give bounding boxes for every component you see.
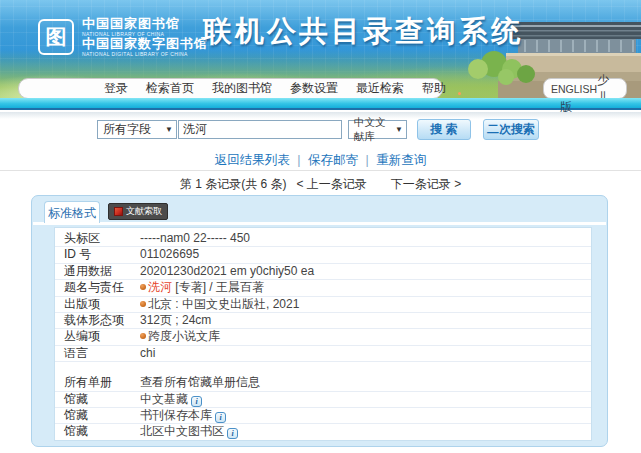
table-row: 馆藏中文基藏i [55, 392, 591, 408]
value-text: 北京 : 中国文史出版社, 2021 [148, 297, 299, 311]
search-input[interactable] [178, 120, 342, 139]
table-row: 通用数据20201230d2021 em y0chiy50 ea [55, 264, 591, 280]
value-text: 跨度小说文库 [148, 329, 220, 343]
table-row: ID 号011026695 [55, 247, 591, 263]
nav-item[interactable]: 最近检索 [356, 80, 404, 97]
field-value: 20201230d2021 em y0chiy50 ea [140, 264, 591, 279]
field-select[interactable]: 所有字段 ▼ [97, 120, 177, 139]
database-select[interactable]: 中文文献库 ▼ [348, 120, 407, 139]
bullet-icon [140, 284, 146, 290]
value-text: chi [140, 346, 155, 360]
nav-item[interactable]: 参数设置 [290, 80, 338, 97]
info-icon[interactable]: i [191, 396, 202, 407]
cyan-strip [0, 98, 641, 110]
record-panel: 标准格式 文献索取 头标区-----nam0 22----- 450ID 号01… [31, 195, 608, 447]
value-text: -----nam0 22----- 450 [140, 231, 250, 245]
holdings-link[interactable]: 查看所有馆藏单册信息 [140, 375, 260, 389]
tabbar-underline [33, 222, 606, 225]
table-row: 出版项北京 : 中国文史出版社, 2021 [55, 297, 591, 313]
separator: | [294, 153, 304, 167]
toolbar-link[interactable]: 返回结果列表 [215, 153, 290, 167]
value-text: 20201230d2021 em y0chiy50 ea [140, 264, 314, 278]
field-value: 查看所有馆藏单册信息 [140, 375, 591, 390]
table-row: 馆藏北区中文图书区i [55, 424, 591, 440]
table-row: 头标区-----nam0 22----- 450 [55, 231, 591, 247]
field-select-value: 所有字段 [103, 121, 151, 138]
field-value: 北京 : 中国文史出版社, 2021 [140, 297, 591, 312]
field-value: 中文基藏i [140, 392, 591, 407]
info-icon[interactable]: i [227, 428, 238, 439]
field-label: 馆藏 [55, 408, 140, 423]
field-label: 出版项 [55, 297, 140, 312]
logo-line1: 中国国家图书馆 [82, 17, 208, 31]
logo-line2: 中国国家数字图书馆 [82, 37, 208, 51]
field-value: 洗河 [专著] / 王晨百著 [140, 280, 591, 295]
library-seal-icon: 图 [38, 19, 74, 55]
chevron-down-icon: ▼ [165, 125, 173, 134]
toolbar-link[interactable]: 重新查询 [376, 153, 426, 167]
nav-item[interactable]: 登录 [104, 80, 128, 97]
field-value: 011026695 [140, 247, 591, 262]
language-switch: ENGLISH 少儿 [543, 78, 627, 99]
field-label: 语言 [55, 346, 140, 361]
kids-version-link-wrap[interactable]: 版 [560, 99, 572, 116]
english-link[interactable]: ENGLISH [551, 83, 597, 95]
toolbar-link[interactable]: 保存邮寄 [308, 153, 358, 167]
field-label: 丛编项 [55, 329, 140, 344]
value-text: 北区中文图书区 [140, 424, 224, 438]
spacer-row [55, 362, 591, 375]
chevron-down-icon: ▼ [395, 125, 403, 134]
field-label: 题名与责任 [55, 280, 140, 295]
record-table: 头标区-----nam0 22----- 450ID 号011026695通用数… [54, 227, 592, 441]
library-logo: 图 中国国家图书馆 NATIONAL LIBRARY OF CHINA 中国国家… [38, 17, 208, 57]
nav-item[interactable]: 我的图书馆 [212, 80, 272, 97]
second-search-button[interactable]: 二次搜索 [483, 119, 539, 140]
bullet-icon [140, 333, 146, 339]
field-value: 书刊保存本库i [140, 408, 591, 423]
field-label: 通用数据 [55, 264, 140, 279]
record-position: 第 1 条记录(共 6 条) [180, 176, 287, 193]
value-text: 中文基藏 [140, 392, 188, 406]
table-row: 语言chi [55, 346, 591, 362]
table-row: 馆藏书刊保存本库i [55, 408, 591, 424]
field-label: 头标区 [55, 231, 140, 246]
separator: | [362, 153, 372, 167]
field-label: 馆藏 [55, 424, 140, 439]
table-row: 题名与责任洗河 [专著] / 王晨百著 [55, 280, 591, 296]
document-request-label: 文献索取 [126, 205, 162, 218]
value-text: 312页 ; 24cm [140, 313, 211, 327]
toolbar-links: 返回结果列表 | 保存邮寄 | 重新查询 [0, 152, 641, 169]
table-row: 所有单册查看所有馆藏单册信息 [55, 375, 591, 391]
value-text: [专著] / 王晨百著 [172, 280, 264, 294]
prev-record-link[interactable]: < 上一条记录 [297, 176, 367, 193]
logo-line2-en: NATIONAL DIGITAL LIBRARY OF CHINA [82, 51, 208, 57]
divider [0, 170, 641, 171]
page-title: 联机公共目录查询系统 [203, 12, 523, 52]
table-row: 丛编项跨度小说文库 [55, 329, 591, 345]
opac-page: 图 中国国家图书馆 NATIONAL LIBRARY OF CHINA 中国国家… [0, 0, 641, 453]
document-request-icon [114, 207, 123, 216]
field-value: -----nam0 22----- 450 [140, 231, 591, 246]
field-label: 馆藏 [55, 392, 140, 407]
nav-item[interactable]: 检索首页 [146, 80, 194, 97]
field-label: 载体形态项 [55, 313, 140, 328]
header-fade [0, 112, 641, 119]
value-text: 011026695 [140, 247, 199, 261]
field-label: ID 号 [55, 247, 140, 262]
info-icon[interactable]: i [215, 412, 226, 423]
field-value: 312页 ; 24cm [140, 313, 591, 328]
bullet-icon [140, 301, 146, 307]
field-label: 所有单册 [55, 375, 140, 390]
field-value: 北区中文图书区i [140, 424, 591, 439]
table-row: 载体形态项312页 ; 24cm [55, 313, 591, 329]
title-link[interactable]: 洗河 [148, 280, 172, 294]
database-select-value: 中文文献库 [354, 116, 395, 144]
search-button[interactable]: 搜 索 [417, 119, 471, 140]
next-record-link[interactable]: 下一条记录 > [391, 176, 461, 193]
field-value: 跨度小说文库 [140, 329, 591, 344]
nav-item[interactable]: 帮助 [422, 80, 446, 97]
record-navigation: 第 1 条记录(共 6 条) < 上一条记录 下一条记录 > [0, 176, 641, 193]
tab-standard-format[interactable]: 标准格式 [44, 201, 100, 223]
document-request-button[interactable]: 文献索取 [108, 203, 168, 220]
value-text: 书刊保存本库 [140, 408, 212, 422]
